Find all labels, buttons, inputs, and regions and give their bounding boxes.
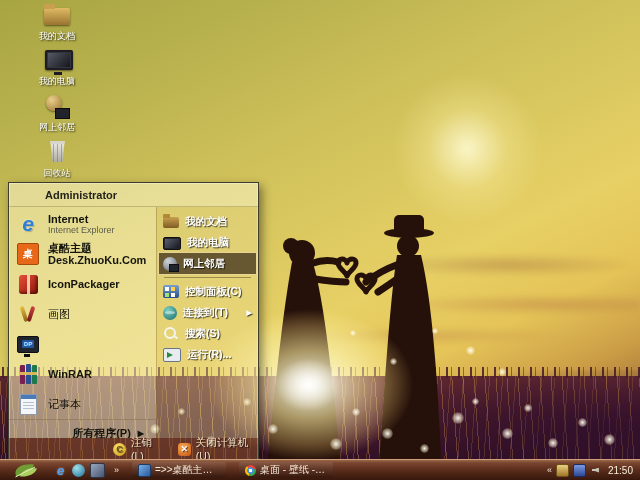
desktop-icon-my-computer[interactable]: 我的电脑: [18, 47, 96, 88]
chrome-icon: [245, 465, 256, 476]
start-item-label: 运行(R)...: [187, 348, 231, 362]
start-item-iconpackager[interactable]: IconPackager: [9, 269, 156, 299]
task-label: 桌面 - 壁纸 - 桌酷...: [260, 463, 327, 477]
taskbar-clock: 21:50: [608, 465, 633, 476]
start-item-my-documents[interactable]: 我的文档: [159, 211, 256, 232]
start-item-title: 记事本: [48, 398, 81, 410]
start-menu-user-banner: Administrator: [9, 183, 258, 207]
start-leaf-icon: [9, 462, 43, 479]
my-computer-icon: [42, 47, 72, 73]
my-computer-icon: [163, 237, 181, 250]
desktop-icon-label: 我的文档: [18, 30, 96, 43]
control-panel-icon: [163, 285, 179, 298]
chevron-right-icon: ▶: [247, 309, 252, 317]
desktop-icon-my-documents[interactable]: 我的文档: [18, 2, 96, 43]
start-item-label: 我的电脑: [187, 236, 229, 250]
user-name: Administrator: [45, 189, 117, 201]
network-places-icon: [163, 257, 177, 271]
start-item-network-places[interactable]: 网上邻居: [159, 253, 256, 274]
desktop-icon-label: 回收站: [18, 167, 96, 180]
start-item-title: 桌酷主题Desk.ZhuoKu.Com: [48, 242, 152, 266]
start-item-title: IconPackager: [48, 278, 120, 290]
quick-launch-overflow-chevron[interactable]: »: [114, 465, 119, 475]
start-item-label: 控制面板(C): [185, 285, 242, 299]
start-item-run[interactable]: 运行(R)...: [159, 344, 256, 365]
desktop-icon-recycle-bin[interactable]: 回收站: [18, 139, 96, 180]
tray-input-method-icon[interactable]: [556, 464, 569, 477]
start-item-search[interactable]: 搜索(S): [159, 323, 256, 344]
paint-icon: [16, 302, 40, 326]
start-item-connect-to[interactable]: 连接到(T) ▶: [159, 302, 256, 323]
task-label: =>>桌酷主题 - Mi...: [155, 463, 220, 477]
start-item-title: WinRAR: [48, 368, 92, 380]
start-menu-places-column: 我的文档 我的电脑 网上邻居 控制面板(C) 连接到(T): [156, 207, 258, 438]
winrar-icon: [16, 362, 40, 386]
show-desktop-icon[interactable]: [90, 463, 105, 478]
start-menu: Administrator e Internet Internet Explor…: [8, 182, 259, 461]
start-item-paint[interactable]: 画图: [9, 299, 156, 329]
iconpackager-icon: [16, 272, 40, 296]
zhuoku-theme-icon: 桌: [16, 242, 40, 266]
desktop-icon-label: 网上邻居: [18, 121, 96, 134]
start-item-title: 画图: [48, 308, 70, 320]
taskbar-task-desktop-wallpaper[interactable]: 桌面 - 壁纸 - 桌酷...: [239, 462, 333, 478]
display-tool-icon: DP: [16, 332, 40, 356]
log-off-icon: [113, 443, 126, 456]
taskbar: e » =>>桌酷主题 - Mi... 桌面 - 壁纸 - 桌酷... « 21…: [0, 459, 640, 480]
start-item-display-tool[interactable]: DP: [9, 329, 156, 359]
network-places-icon: [42, 93, 72, 119]
tray-volume-icon[interactable]: [590, 465, 601, 476]
desktop-icon-network-places[interactable]: 网上邻居: [18, 93, 96, 134]
search-icon: [163, 326, 179, 342]
start-button[interactable]: [0, 460, 52, 480]
start-item-internet[interactable]: e Internet Internet Explorer: [9, 209, 156, 239]
start-item-label: 搜索(S): [185, 327, 220, 341]
start-menu-footer: 注销(L) 关闭计算机(U): [9, 438, 258, 460]
start-item-label: 网上邻居: [183, 257, 225, 271]
tray-collapse-chevron[interactable]: «: [547, 465, 552, 475]
taskbar-task-zhuoku-theme[interactable]: =>>桌酷主题 - Mi...: [132, 462, 226, 478]
internet-explorer-icon: e: [16, 212, 40, 236]
tray-network-icon[interactable]: [573, 464, 586, 477]
start-item-notepad[interactable]: 记事本: [9, 389, 156, 419]
start-item-my-computer[interactable]: 我的电脑: [159, 232, 256, 253]
browser-globe-icon[interactable]: [72, 464, 85, 477]
start-item-label: 我的文档: [185, 215, 227, 229]
start-item-control-panel[interactable]: 控制面板(C): [159, 281, 256, 302]
start-menu-pinned-column: e Internet Internet Explorer 桌 桌酷主题Desk.…: [9, 207, 156, 438]
start-item-zhuoku-theme[interactable]: 桌 桌酷主题Desk.ZhuoKu.Com: [9, 239, 156, 269]
start-item-title: Internet: [48, 213, 115, 225]
quick-launch-bar: e »: [54, 463, 119, 478]
wallpaper-sun-core: [268, 352, 348, 418]
connect-to-icon: [163, 306, 177, 320]
start-item-label: 连接到(T): [183, 306, 228, 320]
run-icon: [163, 348, 181, 362]
start-item-winrar[interactable]: WinRAR: [9, 359, 156, 389]
menu-separator: [164, 277, 251, 278]
desktop: 我的文档 我的电脑 网上邻居 回收站 Administrator e Inter…: [0, 0, 640, 480]
desktop-icon-label: 我的电脑: [18, 75, 96, 88]
my-documents-icon: [163, 217, 179, 228]
recycle-bin-icon: [42, 139, 72, 165]
my-documents-icon: [42, 2, 72, 28]
shutdown-icon: [178, 443, 191, 456]
system-tray: « 21:50: [547, 464, 640, 477]
internet-explorer-icon[interactable]: e: [54, 464, 67, 477]
window-icon: [138, 464, 151, 477]
start-item-subtitle: Internet Explorer: [48, 225, 115, 236]
notepad-icon: [16, 392, 40, 416]
